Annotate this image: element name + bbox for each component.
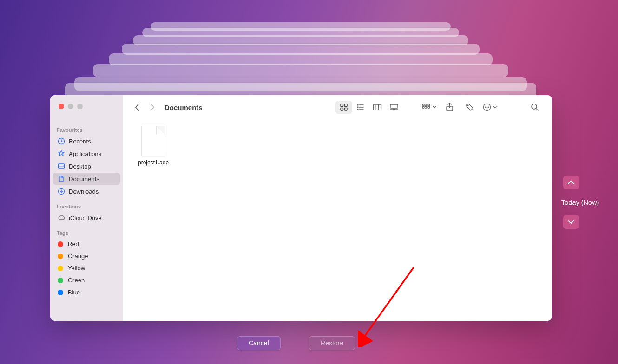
- svg-point-27: [532, 104, 537, 109]
- tag-dot-icon: [58, 266, 63, 271]
- sidebar-item-recents[interactable]: Recents: [53, 135, 120, 147]
- close-window-button[interactable]: [59, 104, 64, 109]
- window-controls: [59, 104, 83, 109]
- sidebar-tag-green[interactable]: Green: [53, 274, 120, 286]
- button-label: Restore: [321, 339, 343, 347]
- search-button[interactable]: [527, 101, 543, 114]
- annotation-arrow: [358, 264, 423, 347]
- downloads-icon: [58, 188, 65, 195]
- sidebar-item-label: Green: [68, 277, 85, 284]
- svg-rect-3: [341, 104, 343, 107]
- document-icon: [58, 175, 65, 182]
- svg-rect-14: [396, 109, 397, 110]
- applications-icon: [58, 150, 65, 157]
- sidebar-item-desktop[interactable]: Desktop: [53, 160, 120, 172]
- timeline-previous-button[interactable]: [563, 176, 579, 189]
- svg-rect-1: [59, 164, 65, 168]
- timeline-next-button[interactable]: [563, 215, 579, 229]
- share-button[interactable]: [441, 101, 457, 114]
- finder-sidebar: Favourites Recents Applications Desktop …: [50, 95, 123, 321]
- button-label: Cancel: [249, 339, 269, 347]
- sidebar-item-label: Documents: [69, 176, 99, 182]
- tag-dot-icon: [58, 254, 63, 259]
- sidebar-tag-red[interactable]: Red: [53, 238, 120, 250]
- timeline-label: Today (Now): [561, 199, 599, 206]
- sidebar-item-downloads[interactable]: Downloads: [53, 185, 120, 197]
- gallery-view-button[interactable]: [386, 101, 402, 114]
- svg-rect-11: [390, 104, 398, 108]
- finder-window: Favourites Recents Applications Desktop …: [50, 95, 552, 321]
- sidebar-item-label: Red: [68, 240, 79, 247]
- svg-rect-17: [423, 107, 425, 109]
- svg-rect-4: [345, 104, 348, 107]
- svg-rect-5: [341, 108, 343, 111]
- svg-rect-18: [425, 107, 427, 109]
- cloud-icon: [58, 214, 65, 221]
- restore-button[interactable]: Restore: [309, 336, 355, 350]
- column-view-button[interactable]: [369, 101, 386, 114]
- sidebar-item-label: Desktop: [69, 163, 91, 170]
- minimize-window-button[interactable]: [68, 104, 73, 109]
- sidebar-item-label: Orange: [68, 253, 88, 260]
- sidebar-item-label: Applications: [69, 150, 101, 157]
- svg-rect-15: [423, 104, 425, 106]
- window-title: Documents: [164, 104, 203, 111]
- forward-button[interactable]: [147, 101, 157, 114]
- maximize-window-button[interactable]: [77, 104, 83, 109]
- svg-rect-19: [428, 104, 430, 106]
- more-actions-button[interactable]: [482, 103, 497, 112]
- sidebar-item-label: Downloads: [69, 188, 99, 195]
- finder-content: project1.aep: [123, 119, 552, 172]
- svg-rect-10: [374, 104, 381, 110]
- cancel-button[interactable]: Cancel: [237, 336, 281, 350]
- sidebar-item-icloud-drive[interactable]: iCloud Drive: [53, 212, 120, 224]
- svg-point-26: [488, 107, 489, 108]
- svg-point-25: [487, 107, 487, 108]
- file-name: project1.aep: [138, 159, 169, 166]
- svg-rect-16: [425, 104, 427, 106]
- finder-toolbar: Documents: [123, 95, 552, 119]
- clock-icon: [58, 137, 65, 145]
- tags-button[interactable]: [462, 101, 478, 114]
- svg-point-8: [357, 107, 358, 108]
- sidebar-item-label: iCloud Drive: [69, 214, 102, 221]
- svg-rect-13: [394, 109, 395, 110]
- svg-point-24: [485, 107, 486, 108]
- sidebar-item-label: Recents: [69, 138, 91, 145]
- sidebar-tag-orange[interactable]: Orange: [53, 250, 120, 262]
- sidebar-tag-yellow[interactable]: Yellow: [53, 262, 120, 274]
- finder-main: Documents: [123, 95, 552, 321]
- icon-view-button[interactable]: [335, 101, 352, 114]
- svg-rect-20: [428, 107, 430, 109]
- sidebar-section-locations: Locations: [50, 202, 123, 211]
- svg-point-22: [467, 105, 468, 106]
- back-button[interactable]: [132, 101, 142, 114]
- file-item[interactable]: project1.aep: [135, 126, 172, 166]
- list-view-button[interactable]: [352, 101, 369, 114]
- tag-dot-icon: [58, 278, 63, 283]
- time-machine-snapshot: [93, 64, 508, 77]
- tag-dot-icon: [58, 290, 63, 295]
- svg-point-7: [357, 104, 358, 105]
- svg-rect-12: [391, 109, 392, 110]
- svg-point-9: [357, 109, 358, 110]
- svg-line-28: [363, 267, 414, 338]
- sidebar-item-documents[interactable]: Documents: [53, 173, 120, 185]
- sidebar-item-label: Blue: [68, 289, 80, 296]
- view-mode-group: [335, 101, 402, 114]
- sidebar-section-tags: Tags: [50, 228, 123, 238]
- desktop-icon: [58, 162, 65, 170]
- sidebar-tag-blue[interactable]: Blue: [53, 286, 120, 298]
- sidebar-item-label: Yellow: [68, 265, 85, 272]
- group-by-button[interactable]: [422, 104, 437, 111]
- sidebar-section-favourites: Favourites: [50, 125, 123, 135]
- file-icon: [141, 126, 165, 156]
- sidebar-item-applications[interactable]: Applications: [53, 148, 120, 160]
- svg-rect-6: [345, 108, 348, 111]
- tag-dot-icon: [58, 241, 63, 247]
